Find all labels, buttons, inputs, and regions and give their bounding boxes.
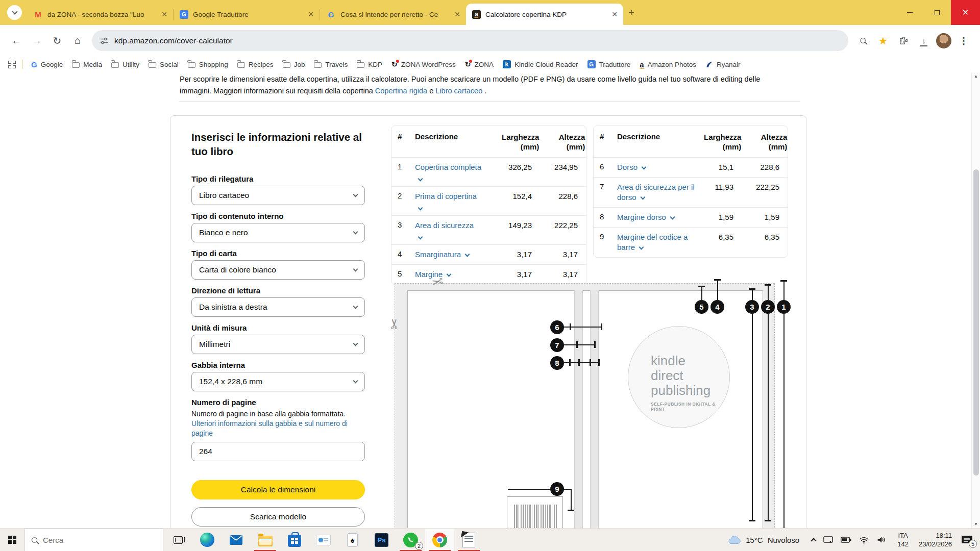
- address-bar[interactable]: kdp.amazon.com/cover-calculator: [92, 30, 848, 51]
- chevron-down-icon[interactable]: [639, 245, 644, 250]
- row-desc-link[interactable]: Copertina completa: [415, 163, 481, 171]
- bookmark-zona[interactable]: ↻ZONA: [460, 58, 498, 71]
- chevron-down-icon[interactable]: [418, 235, 423, 240]
- forward-button[interactable]: →: [27, 31, 47, 51]
- tray-expand-icon[interactable]: [811, 538, 817, 543]
- field-binding-type: Tipo di rilegatura Libro cartaceo: [191, 174, 365, 205]
- profile-avatar[interactable]: [936, 33, 951, 48]
- tab-kdp-calculator[interactable]: a Calcolatore copertina KDP ✕: [466, 4, 623, 25]
- chevron-down-icon[interactable]: [418, 177, 423, 182]
- bookmark-utility[interactable]: Utility: [107, 58, 144, 71]
- taskbar-clock[interactable]: 18:11 23/02/2026: [914, 531, 957, 548]
- measure-unit-select[interactable]: Millimetri: [191, 335, 365, 354]
- url-text[interactable]: kdp.amazon.com/cover-calculator: [114, 36, 233, 45]
- speaker-icon[interactable]: [876, 536, 886, 544]
- bookmark-google[interactable]: GGoogle: [27, 58, 67, 71]
- close-tab-icon[interactable]: ✕: [453, 10, 462, 19]
- cast-icon[interactable]: [823, 536, 833, 544]
- row-desc-link[interactable]: Margine del codice a barre: [617, 233, 688, 252]
- binding-type-select[interactable]: Libro cartaceo: [191, 186, 365, 205]
- chevron-down-icon[interactable]: [447, 272, 452, 277]
- microsoft-store-taskbar-icon[interactable]: [280, 529, 309, 551]
- interior-type-select[interactable]: Bianco e nero: [191, 223, 365, 242]
- extensions-button[interactable]: [893, 31, 914, 51]
- reading-direction-select[interactable]: Da sinistra a destra: [191, 297, 365, 317]
- apps-grid-icon[interactable]: [8, 61, 16, 68]
- bookmark-recipes[interactable]: Recipes: [233, 58, 278, 71]
- page-scrollbar[interactable]: ▲ ▼: [971, 72, 980, 528]
- bookmark-travels[interactable]: Travels: [309, 58, 352, 71]
- scroll-up-icon[interactable]: ▲: [974, 74, 978, 79]
- page-content: Per scoprire le dimensioni esatte della …: [0, 72, 980, 528]
- bookmark-zona-wordpress[interactable]: ↻ZONA WordPress: [387, 58, 460, 71]
- back-button[interactable]: ←: [6, 31, 27, 51]
- chevron-down-icon[interactable]: [640, 195, 645, 200]
- bookmark-ryanair[interactable]: Ryanair: [701, 58, 745, 71]
- tab-google-search[interactable]: G Cosa si intende per neretto - Ce ✕: [320, 4, 466, 25]
- bookmark-star-button[interactable]: ★: [873, 31, 893, 51]
- language-indicator[interactable]: ITA 142: [892, 531, 914, 548]
- wifi-icon[interactable]: [859, 536, 869, 544]
- battery-icon[interactable]: [841, 537, 851, 543]
- paper-type-select[interactable]: Carta di colore bianco: [191, 260, 365, 280]
- bookmark-media[interactable]: Media: [67, 58, 107, 71]
- writer-taskbar-icon[interactable]: [454, 529, 483, 551]
- scrollbar-thumb[interactable]: [973, 169, 979, 475]
- start-button[interactable]: [0, 529, 24, 551]
- bookmark-kindle-cloud-reader[interactable]: kKindle Cloud Reader: [498, 58, 583, 71]
- edge-taskbar-icon[interactable]: [192, 529, 222, 551]
- close-window-button[interactable]: ✕: [951, 0, 980, 25]
- site-settings-icon[interactable]: [100, 37, 108, 45]
- chevron-down-icon[interactable]: [465, 252, 470, 257]
- bookmark-kdp[interactable]: KDP: [352, 58, 387, 71]
- maximize-button[interactable]: [923, 0, 951, 25]
- home-button[interactable]: ⌂: [67, 31, 88, 51]
- row-desc-link[interactable]: Smarginatura: [415, 250, 461, 259]
- notification-center-button[interactable]: 5: [957, 535, 980, 545]
- row-desc-link[interactable]: Margine dorso: [617, 213, 666, 221]
- solitaire-taskbar-icon[interactable]: ♠: [338, 529, 367, 551]
- bookmark-shopping[interactable]: Shopping: [183, 58, 233, 71]
- row-desc-link[interactable]: Dorso: [617, 163, 638, 171]
- chevron-down-icon[interactable]: [418, 206, 423, 211]
- row-desc-link[interactable]: Area di sicurezza per il dorso: [617, 183, 695, 202]
- row-desc-link[interactable]: Prima di copertina: [415, 192, 477, 201]
- tab-search-button[interactable]: [7, 5, 22, 20]
- trim-size-select[interactable]: 152,4 x 228,6 mm: [191, 372, 365, 391]
- tab-translate[interactable]: G Google Traduttore ✕: [174, 4, 320, 25]
- row-desc-link[interactable]: Area di sicurezza: [415, 221, 474, 230]
- mail-taskbar-icon[interactable]: [222, 529, 251, 551]
- browser-menu-button[interactable]: ⋮: [953, 31, 974, 51]
- new-tab-button[interactable]: +: [628, 7, 634, 19]
- weather-widget[interactable]: 15°C Nuvoloso: [722, 535, 805, 544]
- link-libro-cartaceo[interactable]: Libro cartaceo: [435, 87, 482, 95]
- chrome-taskbar-icon[interactable]: [425, 529, 454, 551]
- taskbar-search-input[interactable]: [43, 536, 140, 544]
- page-count-info-link[interactable]: Ulteriori informazioni sulla gabbia e su…: [191, 419, 360, 438]
- close-tab-icon[interactable]: ✕: [610, 10, 619, 19]
- bookmark-social[interactable]: Social: [144, 58, 183, 71]
- task-view-button[interactable]: [163, 529, 192, 551]
- link-copertina-rigida[interactable]: Copertina rigida: [375, 87, 427, 95]
- chevron-down-icon[interactable]: [642, 165, 647, 170]
- bookmark-job[interactable]: Job: [278, 58, 310, 71]
- downloads-button[interactable]: ↓: [914, 31, 934, 51]
- close-tab-icon[interactable]: ✕: [160, 10, 169, 19]
- close-tab-icon[interactable]: ✕: [306, 10, 315, 19]
- bookmark-amazon-photos[interactable]: aAmazon Photos: [635, 58, 701, 71]
- minimize-button[interactable]: [896, 0, 923, 25]
- download-template-button[interactable]: Scarica modello: [191, 507, 365, 527]
- scroll-down-icon[interactable]: ▼: [974, 522, 978, 527]
- calculate-button[interactable]: Calcola le dimensioni: [191, 480, 365, 499]
- chevron-down-icon[interactable]: [670, 215, 675, 220]
- file-explorer-taskbar-icon[interactable]: [251, 529, 280, 551]
- taskbar-search-box[interactable]: [24, 529, 163, 551]
- photoshop-taskbar-icon[interactable]: Ps: [367, 529, 396, 551]
- people-taskbar-icon[interactable]: [309, 529, 338, 551]
- tab-gmail[interactable]: M da ZONA - seconda bozza "Luo ✕: [27, 4, 173, 25]
- bookmark-traduttore[interactable]: GTraduttore: [583, 58, 635, 71]
- zoom-icon[interactable]: [852, 31, 873, 51]
- page-count-input[interactable]: [191, 442, 365, 461]
- whatsapp-taskbar-icon[interactable]: 2: [396, 529, 425, 551]
- reload-button[interactable]: ↻: [47, 31, 67, 51]
